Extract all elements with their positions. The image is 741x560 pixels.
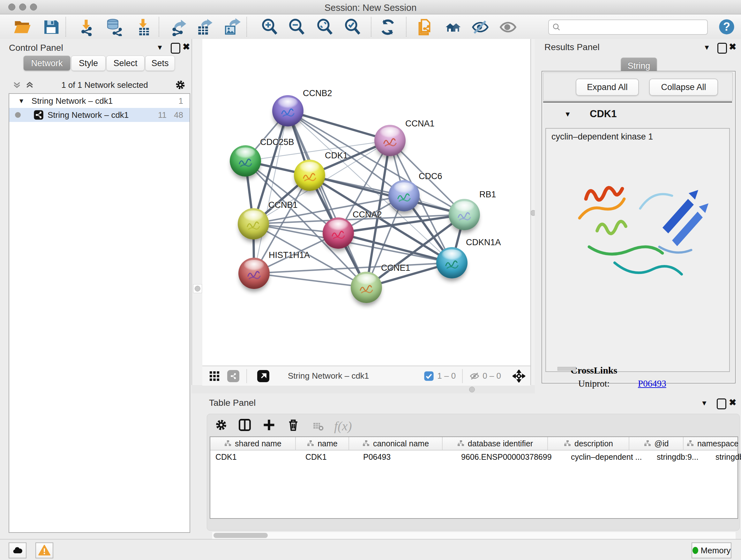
node-label-rb1: RB1 — [479, 190, 496, 199]
cloud-button[interactable] — [9, 543, 26, 558]
pan-move-icon[interactable] — [513, 370, 525, 382]
export-image-icon[interactable] — [223, 18, 241, 36]
edge-CCNB2-CCNE1[interactable] — [288, 111, 366, 287]
search-box[interactable] — [548, 19, 708, 35]
table-cell[interactable]: CDK1 — [300, 450, 358, 463]
table-cell[interactable]: CDK1 — [210, 450, 300, 463]
panel-menu-icon[interactable]: ▼ — [703, 44, 711, 52]
memory-status-icon — [692, 547, 698, 554]
node-hist1h1a[interactable] — [239, 258, 270, 289]
panel-menu-icon[interactable]: ▼ — [701, 399, 708, 408]
float-panel-icon[interactable] — [171, 43, 180, 54]
node-cdk1[interactable] — [294, 160, 325, 191]
hidden-eye-icon[interactable] — [469, 371, 480, 381]
protein-structure-image — [567, 151, 711, 292]
close-panel-icon[interactable]: ✖ — [183, 42, 190, 52]
table-cell[interactable]: stringdb — [711, 450, 741, 463]
float-panel-icon[interactable] — [718, 43, 727, 54]
home-networks-icon[interactable] — [444, 18, 462, 36]
splitter-handle[interactable] — [193, 284, 202, 293]
help-icon[interactable]: ? — [718, 18, 735, 36]
hide-unhide-icon[interactable] — [471, 18, 489, 36]
collapse-gene-icon[interactable]: ▼ — [564, 110, 571, 118]
table-cell[interactable]: cyclin–dependent ... — [566, 450, 652, 463]
tab-select[interactable]: Select — [106, 56, 145, 71]
memory-button[interactable]: Memory — [691, 543, 731, 558]
save-session-icon[interactable] — [42, 18, 60, 36]
network-collection-row[interactable]: ▼ String Network – cdk1 1 — [9, 94, 190, 108]
zoom-out-icon[interactable] — [288, 18, 306, 36]
warning-button[interactable] — [36, 543, 53, 558]
edge-CCNB2-HIST1H1A[interactable] — [254, 111, 288, 273]
node-ccne1[interactable] — [351, 272, 382, 303]
edge-HIST1H1A-CCNE1[interactable] — [254, 273, 366, 287]
column-header-name[interactable]: name — [296, 437, 349, 450]
mini-hscrollbar[interactable] — [557, 367, 576, 371]
add-column-icon[interactable] — [262, 418, 276, 432]
network-status-dot-icon — [15, 112, 21, 118]
eye-icon[interactable] — [499, 18, 517, 36]
zoom-fit-icon[interactable] — [316, 18, 334, 36]
copy-document-icon[interactable] — [415, 18, 433, 36]
column-header--id[interactable]: @id — [629, 437, 684, 450]
delete-column-icon[interactable] — [286, 418, 300, 432]
protein-ribbon-icon — [396, 190, 413, 204]
close-panel-icon[interactable]: ✖ — [729, 397, 736, 408]
open-session-icon[interactable] — [13, 18, 31, 36]
splitter-handle[interactable] — [469, 387, 475, 392]
close-panel-icon[interactable]: ✖ — [729, 42, 736, 52]
table-gear-icon[interactable] — [215, 419, 227, 431]
expand-all-tree-icon[interactable] — [25, 80, 35, 90]
column-header-canonical-name[interactable]: canonical name — [349, 437, 443, 450]
import-network-icon[interactable] — [77, 18, 95, 36]
node-rb1[interactable] — [449, 199, 480, 230]
table-hscrollbar[interactable] — [212, 532, 736, 539]
node-ccna2[interactable] — [323, 217, 354, 249]
collapse-all-tree-icon[interactable] — [12, 80, 22, 90]
node-ccnb2[interactable] — [272, 95, 304, 126]
zoom-selected-icon[interactable] — [344, 18, 361, 36]
table-cell[interactable]: stringdb:9... — [652, 450, 711, 463]
string-view-icon[interactable] — [227, 370, 239, 382]
tab-sets[interactable]: Sets — [145, 56, 175, 71]
crosslink-link[interactable]: P06493 — [638, 378, 666, 389]
table-cell[interactable]: P06493 — [358, 450, 456, 463]
network-canvas[interactable]: CCNB2 CCNA1 CDC25B CDK1 CDC6 — [202, 39, 530, 366]
table-header-row: shared namenamecanonical namedatabase id… — [210, 437, 738, 450]
network-row-selected[interactable]: String Network – cdk1 11 48 — [9, 108, 190, 122]
float-panel-icon[interactable] — [717, 398, 726, 409]
column-header-description[interactable]: description — [548, 437, 629, 450]
column-label: name — [318, 439, 338, 448]
export-network-icon[interactable] — [170, 18, 188, 36]
import-table-icon[interactable] — [134, 18, 152, 36]
birds-eye-view-icon[interactable] — [257, 370, 269, 382]
node-cdc6[interactable] — [388, 180, 420, 211]
node-cdkn1a[interactable] — [436, 247, 468, 278]
tab-network[interactable]: Network — [23, 56, 71, 71]
zoom-in-icon[interactable] — [261, 18, 279, 36]
export-table-icon[interactable] — [195, 18, 213, 36]
table-row[interactable]: CDK1CDK1P064939606.ENSP00000378699cyclin… — [210, 450, 738, 463]
column-header-shared-name[interactable]: shared name — [210, 437, 296, 450]
panel-menu-icon[interactable]: ▼ — [156, 44, 163, 52]
node-cdc25b[interactable] — [230, 145, 261, 177]
toolbar-separator — [246, 369, 247, 383]
import-network-from-database-icon[interactable] — [105, 18, 123, 36]
grid-view-icon[interactable] — [209, 370, 220, 382]
tab-style[interactable]: Style — [71, 56, 106, 71]
scrollbar-thumb[interactable] — [213, 533, 268, 538]
collapse-all-button[interactable]: Collapse All — [649, 78, 718, 96]
node-label-cdc25b: CDC25B — [260, 137, 294, 147]
column-header-namespace[interactable]: namespace — [684, 437, 741, 450]
search-input[interactable] — [564, 21, 707, 33]
node-ccnb1[interactable] — [238, 208, 269, 240]
node-ccna1[interactable] — [374, 125, 406, 156]
table-cell[interactable]: 9606.ENSP00000378699 — [456, 450, 566, 463]
show-columns-icon[interactable] — [238, 418, 252, 432]
disclosure-triangle-icon[interactable]: ▼ — [18, 98, 24, 105]
selected-checkbox-icon[interactable] — [424, 371, 434, 381]
column-header-database-identifier[interactable]: database identifier — [443, 437, 548, 450]
expand-all-button[interactable]: Expand All — [576, 78, 639, 96]
refresh-layout-icon[interactable] — [379, 18, 397, 36]
gear-icon[interactable] — [175, 79, 186, 90]
